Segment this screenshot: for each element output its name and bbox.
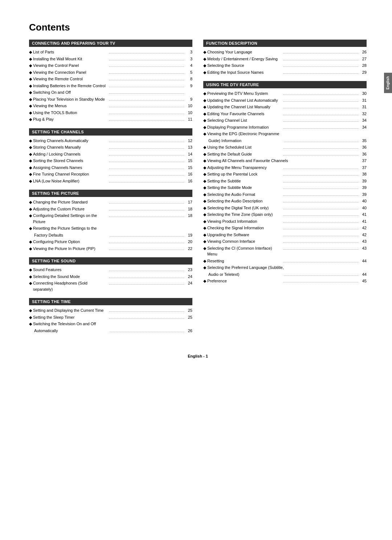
bullet-icon: ◆ xyxy=(29,246,32,252)
item-label: Storing Channels Automatically xyxy=(33,138,108,144)
list-item: ◆ Selecting the Audio Format 39 xyxy=(203,192,367,198)
page-number: 39 xyxy=(359,192,367,198)
item-label: Viewing the Picture In Picture (PIP) xyxy=(33,246,108,252)
list-item: ◆ Preference 45 xyxy=(203,278,367,284)
dots xyxy=(109,100,184,101)
item-label: Checking the Signal Information xyxy=(207,225,282,231)
list-item: ◆ Adjusting the Menu Transparency 37 xyxy=(203,165,367,171)
dots xyxy=(109,162,184,162)
page-number: 37 xyxy=(359,158,367,164)
list-item: ◆ Storing Channels Automatically 12 xyxy=(29,138,192,144)
dots xyxy=(109,271,184,271)
english-tab: English xyxy=(384,73,392,93)
item-label: Adjusting the Custom Picture xyxy=(33,206,108,212)
item-label: Changing the Picture Standard xyxy=(33,199,108,205)
list-item: ◆ Setting the Default Guide 36 xyxy=(203,151,367,157)
footer-text: English - 1 xyxy=(188,354,208,358)
list-item: ◆ Switching the Television On and Off xyxy=(29,321,192,327)
list-item: ◆ Setting up the Parental Lock 38 xyxy=(203,171,367,177)
item-label: LNA (Low Noise Amplifier) xyxy=(33,178,108,184)
item-label: Fine Tuning Channel Reception xyxy=(33,171,108,177)
page-number: 15 xyxy=(185,158,192,164)
page-number: 18 xyxy=(185,206,192,212)
item-label: Viewing the Control Panel xyxy=(33,63,108,69)
page-number: 25 xyxy=(185,307,192,314)
item-label: Plug & Play xyxy=(33,116,108,122)
dots xyxy=(110,332,184,332)
bullet-icon: ◆ xyxy=(203,158,206,164)
dots xyxy=(109,114,184,114)
list-item: ◆ Viewing the Remote Control 8 xyxy=(29,76,192,82)
dots xyxy=(283,73,359,74)
bullet-icon: ◆ xyxy=(203,90,206,97)
bullet-icon: ◆ xyxy=(203,165,206,171)
list-item: ◆ Sorting the Stored Channels 15 xyxy=(29,158,192,164)
page-title: Contents xyxy=(29,22,367,33)
item-label: Viewing All Channels and Favourite Chann… xyxy=(207,158,358,164)
bullet-icon: ◆ xyxy=(203,258,206,264)
list-item: ◆ Viewing the Picture In Picture (PIP) 2… xyxy=(29,246,192,252)
item-label: Switching On and Off xyxy=(33,89,108,96)
page-number: 16 xyxy=(185,178,192,184)
page-number: 15 xyxy=(185,165,192,171)
section-connecting: CONNECTING AND PREPARING YOUR TV ◆ List … xyxy=(29,40,192,122)
page-number: 38 xyxy=(359,171,367,177)
dots xyxy=(283,182,359,182)
page-number: 10 xyxy=(185,103,192,109)
section-time: SETTING THE TIME ◆ Setting and Displayin… xyxy=(29,298,192,334)
bullet-icon: ◆ xyxy=(29,103,32,109)
page-number: 34 xyxy=(359,117,367,124)
list-item: ◆ Setting the Subtitle Mode 39 xyxy=(203,185,367,191)
item-label: Setting the Sleep Timer xyxy=(33,314,108,321)
list-item: ◆ Adjusting the Custom Picture 18 xyxy=(29,206,192,212)
bullet-icon: ◆ xyxy=(203,171,206,177)
page-number: 27 xyxy=(359,56,367,62)
list-item: ◆ Installing the Wall Mount Kit 3 xyxy=(29,56,192,62)
item-label: Resetting xyxy=(207,258,282,264)
page-number: 42 xyxy=(359,225,367,231)
bullet-icon: ◆ xyxy=(29,321,32,327)
page-number: 8 xyxy=(185,76,192,82)
item-label: Adjusting the Menu Transparency xyxy=(207,165,282,171)
item-label: Storing Channels Manually xyxy=(33,144,108,150)
bullet-icon: ◆ xyxy=(29,171,32,177)
dots xyxy=(109,73,184,74)
list-item: ◆ Resetting 44 xyxy=(203,258,367,264)
page-number: 3 xyxy=(185,49,192,55)
page-number: 40 xyxy=(359,198,367,204)
page-number: 43 xyxy=(359,245,367,251)
list-item: ◆ Selecting the CI (Common Interface) Me… xyxy=(203,245,367,257)
dots xyxy=(283,242,359,243)
dots xyxy=(283,67,359,67)
col-left: CONNECTING AND PREPARING YOUR TV ◆ List … xyxy=(29,40,192,339)
dots xyxy=(109,80,184,80)
footer: English - 1 xyxy=(29,354,367,358)
page-number: 40 xyxy=(359,205,367,211)
section-header-function: FUNCTION DESCRIPTION xyxy=(203,40,367,47)
bullet-icon: ◆ xyxy=(29,239,32,245)
page-number: 9 xyxy=(185,96,192,102)
dots xyxy=(283,175,359,176)
dots xyxy=(109,148,184,149)
bullet-icon: ◆ xyxy=(203,192,206,198)
item-label: Adding / Locking Channels xyxy=(33,151,108,157)
dots xyxy=(283,222,359,223)
item-label: Selecting the CI (Common Interface) Menu xyxy=(207,245,282,257)
bullet-icon: ◆ xyxy=(203,198,206,204)
list-item: ◆ LNA (Low Noise Amplifier) 16 xyxy=(29,178,192,184)
page-number: 42 xyxy=(359,232,367,238)
page-number: 39 xyxy=(359,185,367,191)
list-item: ◆ Melody / Entertainment / Energy Saving… xyxy=(203,56,367,62)
section-header-sound: SETTING THE SOUND xyxy=(29,257,192,265)
bullet-icon: ◆ xyxy=(203,97,206,104)
list-item: ◆ Setting the Sleep Timer 25 xyxy=(29,314,192,321)
bullet-icon: ◆ xyxy=(203,56,206,62)
section-header-dtv: USING THE DTV FEATURE xyxy=(203,81,367,88)
bullet-icon: ◆ xyxy=(29,199,32,205)
item-label: Guide) Information xyxy=(208,138,283,144)
bullet-icon: ◆ xyxy=(203,104,206,110)
bullet-icon: ◆ xyxy=(29,178,32,184)
dots xyxy=(283,53,359,53)
page-number: 36 xyxy=(359,144,367,150)
page-number: 44 xyxy=(359,258,367,264)
